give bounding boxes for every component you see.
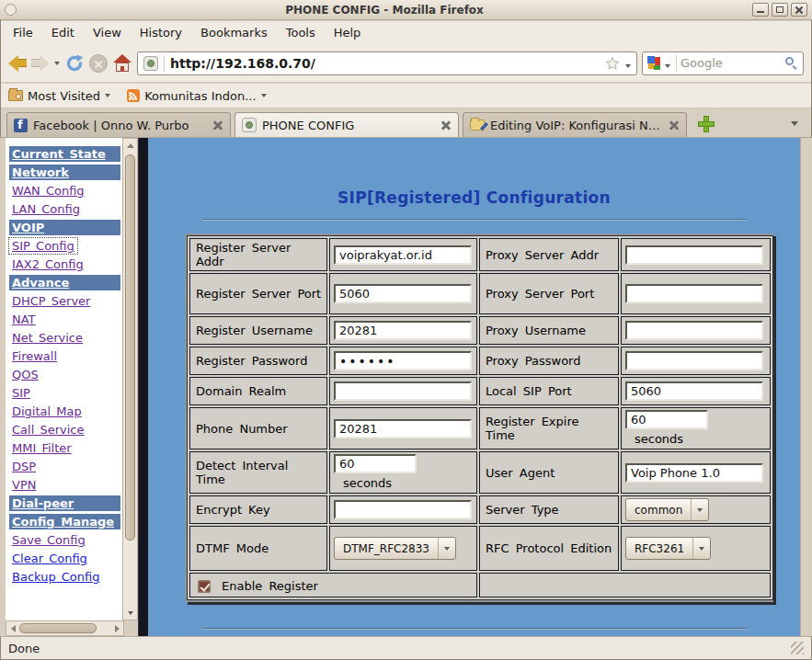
sidebar-link-mmi-filter[interactable]: MMI Filter: [9, 440, 74, 456]
tab-close-icon[interactable]: [212, 119, 223, 131]
sidebar-header-network[interactable]: Network: [9, 165, 120, 180]
search-engine-dropdown-icon[interactable]: [665, 54, 670, 72]
frameset-divider[interactable]: [138, 138, 148, 636]
phone-number-input[interactable]: [334, 419, 472, 438]
folder-icon: [8, 90, 23, 101]
sidebar-header-dial-peer[interactable]: Dial-peer: [9, 495, 120, 511]
sidebar-link-dhcp-server[interactable]: DHCP Server: [9, 293, 93, 309]
sidebar-link-sip-config[interactable]: SIP Config: [9, 238, 77, 254]
sidebar-nav: Current StateNetworkWAN ConfigLAN Config…: [6, 138, 122, 620]
server-type-select[interactable]: common: [625, 498, 709, 521]
home-button[interactable]: [112, 54, 132, 73]
edit-page-icon: [470, 119, 485, 131]
scroll-up-icon[interactable]: [123, 139, 137, 153]
encrypt-key-input[interactable]: [334, 500, 472, 519]
menu-item-help[interactable]: Help: [326, 23, 370, 42]
sidebar-header-advance[interactable]: Advance: [9, 275, 120, 290]
tab-facebook[interactable]: Facebook | Onno W. Purbo: [6, 112, 231, 137]
register-expire-time-field: seconds: [621, 407, 771, 449]
sidebar-link-sip[interactable]: SIP: [9, 385, 33, 401]
enable-register-label: Enable Register: [222, 579, 318, 593]
sidebar-link-vpn[interactable]: VPN: [9, 477, 39, 493]
sidebar-link-save-config[interactable]: Save Config: [9, 532, 88, 548]
sidebar-link-wan-config[interactable]: WAN Config: [9, 183, 87, 199]
detect-interval-time-input[interactable]: [334, 454, 417, 473]
register-server-port-input[interactable]: [334, 284, 472, 303]
menu-item-bookmarks[interactable]: Bookmarks: [192, 23, 276, 42]
scrollbar-thumb[interactable]: [125, 154, 135, 541]
tab-list-dropdown-icon[interactable]: [783, 112, 806, 130]
horizontal-rule: [202, 219, 747, 221]
search-input[interactable]: [680, 56, 782, 70]
tab-close-icon[interactable]: [669, 119, 680, 131]
menu-item-edit[interactable]: Edit: [43, 23, 83, 42]
minimize-button[interactable]: [752, 3, 769, 17]
sidebar-link-iax2-config[interactable]: IAX2 Config: [9, 256, 86, 272]
sidebar-header-voip[interactable]: VOIP: [9, 220, 120, 235]
enable-register-checkbox[interactable]: [198, 580, 211, 593]
sidebar-link-call-service[interactable]: Call Service: [9, 422, 86, 438]
close-button[interactable]: [791, 3, 807, 17]
scrollbar-thumb[interactable]: [19, 623, 97, 633]
stop-button[interactable]: [89, 54, 108, 73]
register-password-input[interactable]: [334, 351, 472, 370]
rfc-protocol-edition-label: RFC Protocol Edition: [479, 526, 619, 571]
title-bar: PHONE CONFIG - Mozilla Firefox: [0, 0, 812, 20]
local-sip-port-input[interactable]: [625, 381, 763, 401]
bookmarks-bar: Most Visited Komunitas Indon...: [1, 84, 811, 108]
phone-number-field: [329, 407, 477, 449]
proxy-server-addr-input[interactable]: [625, 245, 763, 265]
scroll-down-icon[interactable]: [123, 606, 137, 620]
scroll-right-icon[interactable]: [110, 625, 123, 632]
bookmark-komunitas-feed[interactable]: Komunitas Indon...: [127, 89, 266, 103]
sidebar-link-firewall[interactable]: Firewall: [9, 348, 60, 364]
domain-realm-input[interactable]: [334, 381, 472, 401]
sidebar-link-lan-config[interactable]: LAN Config: [9, 201, 83, 217]
chevron-down-icon: [105, 94, 110, 97]
sidebar-link-dsp[interactable]: DSP: [9, 459, 39, 474]
proxy-server-port-input[interactable]: [625, 284, 763, 303]
user-agent-input[interactable]: [625, 463, 763, 483]
menu-item-view[interactable]: View: [85, 23, 130, 42]
tab-close-icon[interactable]: [440, 119, 452, 131]
menu-item-file[interactable]: File: [5, 23, 41, 42]
bookmark-most-visited[interactable]: Most Visited: [8, 89, 110, 103]
register-expire-time-input[interactable]: [625, 410, 708, 429]
tab-editing-voip[interactable]: Editing VoIP: Konfigurasi Ne...: [463, 112, 687, 137]
back-button[interactable]: [8, 51, 27, 76]
resize-grip[interactable]: [791, 642, 804, 654]
proxy-username-field: [621, 316, 771, 345]
new-tab-button[interactable]: [696, 114, 716, 134]
sidebar-horizontal-scrollbar[interactable]: [6, 620, 124, 636]
url-input[interactable]: [170, 56, 600, 71]
tab-phone-config[interactable]: PHONE CONFIG: [234, 112, 459, 137]
sidebar-vertical-scrollbar[interactable]: [122, 138, 138, 620]
chevron-down-icon: [438, 538, 455, 559]
url-dropdown-icon[interactable]: [625, 54, 631, 72]
tab-label: Facebook | Onno W. Purbo: [33, 119, 207, 132]
scroll-left-icon[interactable]: [6, 625, 19, 632]
register-username-input[interactable]: [334, 321, 472, 340]
sidebar-header-config-manage[interactable]: Config Manage: [9, 514, 120, 529]
dtmf-mode-select[interactable]: DTMF_RFC2833: [334, 537, 456, 560]
sidebar-link-clear-config[interactable]: Clear Config: [9, 551, 90, 566]
proxy-username-input[interactable]: [625, 321, 763, 340]
menu-item-tools[interactable]: Tools: [278, 23, 324, 42]
proxy-password-input[interactable]: [625, 351, 763, 370]
forward-button[interactable]: [31, 51, 50, 76]
bookmark-star-icon[interactable]: [605, 56, 620, 71]
sidebar-link-backup-config[interactable]: Backup Config: [9, 569, 103, 585]
register-server-addr-input[interactable]: [334, 245, 472, 265]
sidebar-header-current-state[interactable]: Current State: [9, 146, 120, 162]
history-dropdown-icon[interactable]: [54, 51, 60, 76]
search-magnifier-icon[interactable]: [785, 57, 798, 70]
sidebar-link-nat[interactable]: NAT: [9, 312, 39, 327]
sidebar-link-qos[interactable]: QOS: [9, 367, 41, 382]
sidebar-link-net-service[interactable]: Net Service: [9, 330, 86, 346]
maximize-button[interactable]: [772, 3, 788, 17]
menu-item-history[interactable]: History: [132, 23, 190, 42]
reload-button[interactable]: [64, 51, 85, 76]
sidebar-link-digital-map[interactable]: Digital Map: [9, 404, 85, 419]
menu-bar: FileEditViewHistoryBookmarksToolsHelp: [1, 21, 811, 44]
rfc-protocol-edition-select[interactable]: RFC3261: [625, 537, 711, 560]
